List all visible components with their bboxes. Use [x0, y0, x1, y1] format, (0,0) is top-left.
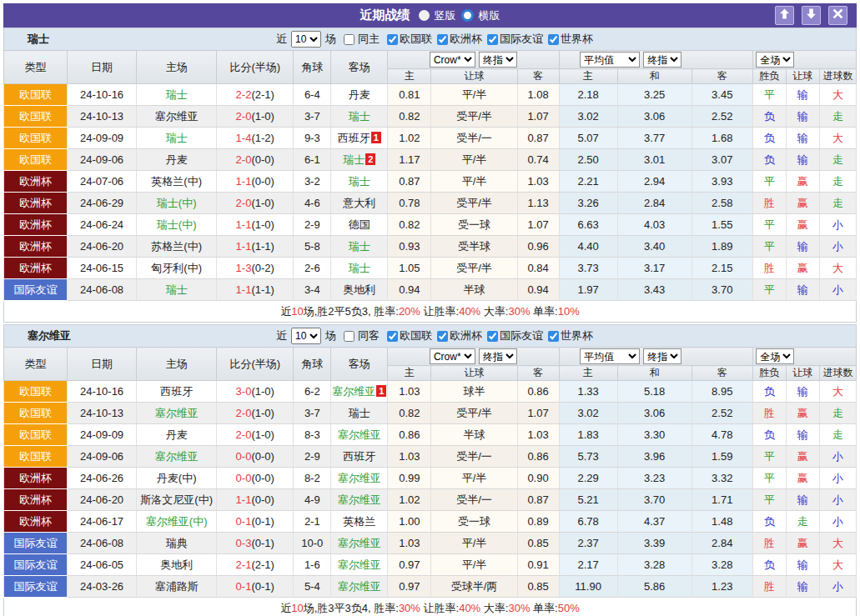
away-team-name: 塞尔维亚 — [332, 385, 375, 398]
cell-result-value: 平 — [764, 240, 775, 253]
team-section-header-switzerland: 瑞士近10场同主欧国联欧洲杯国际友谊世界杯 — [3, 28, 857, 50]
cell-score: 0-3(0-1) — [217, 533, 294, 554]
cell-average-draw: 3.01 — [617, 149, 692, 171]
cell-average-home: 3.02 — [559, 403, 617, 424]
cell-corners: 8-3 — [294, 424, 331, 446]
same-venue-label: 同客 — [358, 328, 380, 343]
competition-checkbox-2[interactable] — [487, 331, 498, 342]
cell-corners: 2-9 — [294, 214, 331, 236]
fulltime-select[interactable]: 全场 — [756, 52, 794, 68]
cell-result-value: 平 — [764, 450, 775, 463]
cell-date: 24-10-13 — [68, 403, 137, 424]
competition-checkbox-0[interactable] — [387, 34, 398, 45]
odds-sub-header-0: 主 — [388, 69, 431, 84]
cell-result: 负 — [752, 381, 786, 403]
move-down-button[interactable] — [802, 6, 821, 25]
home-team-name: 塞尔维亚 — [155, 110, 199, 123]
cell-average-draw: 5.86 — [617, 576, 692, 598]
fulltime-select[interactable]: 全场 — [756, 348, 794, 364]
close-button[interactable] — [828, 6, 847, 25]
cell-score: 2-0(1-0) — [217, 193, 294, 214]
match-row: 欧洲杯24-06-15匈牙利(中)1-3(0-2)2-6瑞士1.05受平/半0.… — [4, 258, 857, 279]
recent-count-select[interactable]: 10 — [291, 328, 321, 344]
cell-away-team: 瑞士 — [331, 236, 388, 258]
cell-away-team: 西班牙 — [331, 446, 388, 468]
match-row: 国际友谊24-06-08瑞士1-1(1-1)3-4奥地利0.94半球0.941.… — [4, 279, 857, 301]
cell-odds-home: 1.17 — [388, 149, 431, 171]
cell-result-value: 胜 — [764, 407, 775, 419]
competition-label-3: 世界杯 — [561, 32, 593, 47]
cell-goals-result: 小 — [819, 489, 856, 511]
cell-away-team: 英格兰 — [331, 511, 388, 533]
competition-checkbox-3[interactable] — [548, 34, 559, 45]
cell-average-draw: 3.28 — [617, 554, 692, 576]
summary-segment-3: 20% — [399, 305, 420, 318]
games-label: 场 — [325, 32, 336, 47]
vertical-layout-radio[interactable] — [419, 10, 430, 21]
competition-checkbox-3[interactable] — [548, 331, 559, 342]
cell-result: 负 — [752, 128, 786, 149]
summary-segment-0: 近 — [280, 602, 291, 614]
horizontal-layout-radio[interactable] — [461, 9, 474, 22]
recent-count-select[interactable]: 10 — [291, 31, 321, 48]
team-name: 塞尔维亚 — [4, 328, 71, 343]
cell-date: 24-07-06 — [68, 171, 137, 193]
average-select[interactable]: 平均值 — [580, 52, 640, 68]
titlebar-buttons — [775, 6, 847, 25]
panel-title: 近期战绩 — [360, 8, 410, 23]
cell-goals-result: 走 — [819, 424, 856, 446]
cell-date: 24-09-09 — [68, 128, 137, 149]
average-stage-select[interactable]: 终指 — [643, 348, 681, 364]
halftime-score: (2-1) — [251, 88, 274, 101]
cell-goals-result-value: 大 — [832, 558, 843, 571]
odds-stage-select[interactable]: 终指 — [479, 52, 517, 68]
cell-average-home: 2.50 — [559, 149, 617, 171]
cell-handicap-result: 赢 — [786, 171, 819, 193]
same-venue-label: 同主 — [358, 32, 380, 47]
cell-average-draw: 3.43 — [617, 279, 692, 301]
match-row: 欧国联24-10-13塞尔维亚2-0(1-0)3-7瑞士0.82受平/半1.07… — [4, 403, 857, 424]
cell-handicap-result-value: 输 — [797, 558, 808, 571]
cell-goals-result: 小 — [819, 236, 856, 258]
cell-score: 3-0(1-0) — [217, 381, 294, 403]
average-stage-select[interactable]: 终指 — [643, 52, 681, 68]
cell-handicap-result-value: 输 — [797, 385, 808, 398]
cell-corners: 6-4 — [294, 84, 331, 106]
odds-company-select[interactable]: Crow* — [430, 52, 475, 68]
cell-score: 1-3(0-2) — [217, 258, 294, 279]
cell-goals-result-value: 走 — [832, 153, 843, 166]
away-team-name: 瑞士 — [349, 407, 370, 419]
cell-result: 胜 — [752, 193, 786, 214]
cell-corners: 4-6 — [294, 193, 331, 214]
odds-company-select[interactable]: Crow* — [430, 348, 475, 364]
cell-date: 24-06-24 — [68, 214, 137, 236]
cell-result: 平 — [752, 279, 786, 301]
away-team-name: 塞尔维亚 — [338, 428, 381, 441]
competition-checkbox-1[interactable] — [437, 34, 448, 45]
fulltime-score: 2-0 — [236, 428, 252, 441]
cell-average-home: 5.07 — [559, 128, 617, 149]
same-venue-checkbox[interactable] — [344, 331, 355, 342]
move-up-button[interactable] — [775, 6, 794, 25]
cell-handicap-result: 赢 — [786, 258, 819, 279]
cell-odds-handicap: 受一球 — [431, 511, 517, 533]
cell-average-home: 2.17 — [559, 554, 617, 576]
competition-checkbox-1[interactable] — [437, 331, 448, 342]
odds-stage-select[interactable]: 终指 — [479, 348, 517, 364]
cell-competition: 欧洲杯 — [4, 468, 68, 489]
same-venue-checkbox[interactable] — [344, 34, 355, 45]
average-select[interactable]: 平均值 — [580, 348, 640, 364]
competition-checkbox-2[interactable] — [487, 34, 498, 45]
result-header-2: 进球数 — [819, 366, 856, 381]
competition-label-1: 欧洲杯 — [450, 328, 482, 343]
summary-segment-5: 40% — [459, 602, 480, 614]
cell-away-team: 瑞士2 — [331, 149, 388, 171]
cell-corners: 6-2 — [294, 381, 331, 403]
cell-odds-handicap: 半球 — [431, 279, 517, 301]
cell-handicap-result: 赢 — [786, 533, 819, 554]
halftime-score: (0-2) — [251, 262, 274, 274]
summary-segment-0: 近 — [280, 305, 291, 318]
competition-checkbox-0[interactable] — [387, 331, 398, 342]
cell-average-away: 1.59 — [692, 446, 752, 468]
cell-average-home: 2.21 — [559, 171, 617, 193]
